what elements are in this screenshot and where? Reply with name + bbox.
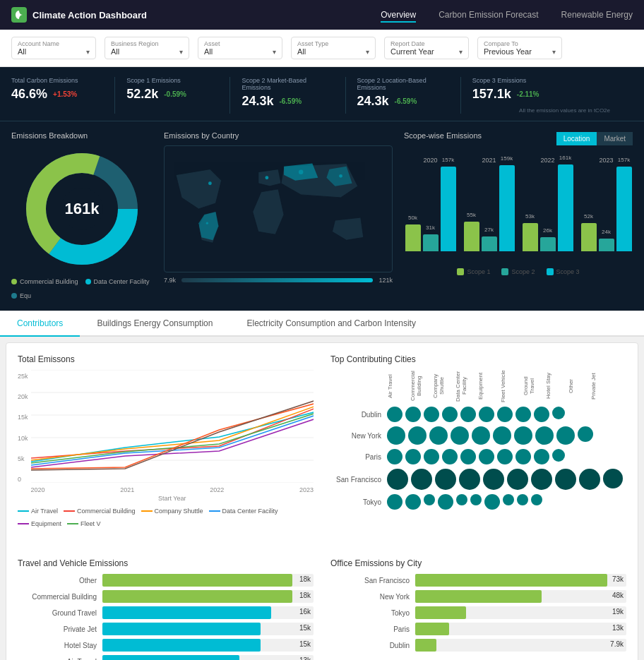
stat-scope2l-value: 24.3k -6.59%: [357, 94, 449, 109]
nav-forecast[interactable]: Carbon Emission Forecast: [439, 7, 538, 23]
filter-asset[interactable]: Asset All: [198, 37, 282, 59]
scope-legend-1: Scope 1: [457, 268, 490, 275]
filter-asset-type[interactable]: Asset Type All: [291, 37, 376, 59]
bar-track-tokyo: 19k: [415, 606, 626, 619]
stat-scope2l-label: Scope 2 Location-Based Emissions: [357, 77, 449, 91]
col-other: Other: [568, 368, 590, 404]
line-chart-legend: Air Travel Commercial Building Company S…: [18, 508, 314, 527]
bar-value-paris: 13k: [612, 624, 624, 632]
emissions-breakdown-panel: Emissions Breakdown 161k Commercial Buil…: [11, 131, 153, 299]
scope-legend: Scope 1 Scope 2 Scope 3: [404, 268, 633, 275]
bar-value-sf: 73k: [612, 575, 624, 583]
scope-btn-market[interactable]: Market: [597, 132, 633, 145]
bubble: [442, 407, 458, 422]
bar-label-commercial: Commercial Building: [18, 593, 102, 601]
cities-rows: Dublin New: [330, 407, 626, 510]
col-hotel: Hotel Stay: [545, 368, 568, 404]
stat-scope2m-change: -6.59%: [279, 97, 302, 105]
bubble: [479, 407, 494, 422]
scope-title: Scope-wise Emissions: [404, 131, 482, 140]
lower-section: Total Emissons 25k 20k 15k 10k 5k 0: [6, 342, 638, 660]
svg-point-5: [299, 169, 303, 174]
stat-scope1-change: -0.59%: [164, 90, 186, 98]
bubble: [515, 449, 531, 464]
stat-total-carbon: Total Carbon Emissions 46.6% +1.53%: [11, 77, 115, 114]
legend-equipment-line: [18, 523, 29, 524]
col-datacenter: Data Center Facility: [455, 368, 477, 404]
bubble: [603, 469, 623, 488]
bar-fill-paris: [415, 623, 449, 635]
bubble: [497, 407, 513, 422]
stat-scope1: Scope 1 Emissions 52.2k -0.59%: [126, 77, 230, 114]
scope-bar-2023-s1: [581, 223, 597, 251]
bubble: [534, 407, 549, 422]
scope3-label: Scope 3: [556, 268, 580, 275]
legend-datacenter: Data Center Facility: [85, 278, 150, 285]
bubble: [411, 469, 432, 490]
bubble: [552, 449, 565, 462]
bar-fill-private-jet: [102, 623, 261, 635]
scope-legend-3: Scope 3: [547, 268, 580, 275]
line-chart-area: 2020 2021 2022 2023 Start Year: [31, 370, 314, 502]
map-panel: Emissions by Country: [164, 131, 393, 299]
bubble: [438, 494, 453, 510]
scope-bar-2023-s3: [616, 167, 632, 251]
stat-scope3-value: 157.1k -2.11%: [472, 87, 610, 102]
bubble: [515, 407, 531, 422]
scope-btn-location[interactable]: Location: [556, 132, 597, 145]
bar-sf: San Francisco 73k: [330, 574, 626, 587]
bar-label-private-jet: Private Jet: [18, 625, 102, 633]
scope-toggle-group: Location Market: [556, 132, 633, 145]
tab-electricity[interactable]: Electricity Consumption and Carbon Inten…: [229, 311, 432, 335]
svg-point-8: [206, 222, 208, 224]
bubble: [535, 426, 554, 445]
stat-scope2-market: Scope 2 Market-Based Emissions 24.3k -6.…: [242, 77, 345, 114]
col-ground: Ground Travel: [523, 368, 545, 404]
tab-contributors[interactable]: Contributors: [0, 311, 80, 337]
legend-datacenter: Data Center Facility: [209, 508, 278, 515]
bubble: [514, 426, 532, 445]
nav-renewable[interactable]: Renewable Energy: [561, 7, 633, 23]
legend-datacenter-dot: [85, 279, 91, 284]
bubble: [442, 449, 458, 464]
stat-total-label: Total Carbon Emissions: [11, 77, 103, 84]
stat-scope3-label: Scope 3 Emissions: [472, 77, 610, 84]
svg-point-7: [208, 181, 212, 185]
stat-scope3: Scope 3 Emissions 157.1k -2.11% All the …: [472, 77, 621, 114]
scope-bar-2022-s2: [540, 237, 556, 251]
bar-fill-other: [102, 574, 292, 587]
breakdown-legend: Commercial Building Data Center Facility…: [11, 278, 153, 299]
y-label-5k: 5k: [18, 455, 28, 462]
office-bars: San Francisco 73k New York 48k Tokyo: [330, 574, 626, 652]
filter-compare[interactable]: Compare To Previous Year: [477, 37, 562, 59]
bar-value-air: 13k: [299, 656, 311, 660]
filter-report-date[interactable]: Report Date Current Year: [384, 37, 469, 59]
legend-air-travel: Air Travel: [18, 508, 58, 515]
filter-region[interactable]: Business Region All: [105, 37, 189, 59]
bar-fill-commercial: [102, 590, 292, 603]
bar-track-paris: 13k: [415, 623, 626, 635]
stats-bar: Total Carbon Emissions 46.6% +1.53% Scop…: [0, 67, 644, 121]
x-label-2023: 2023: [299, 486, 314, 493]
bar-label-dublin: Dublin: [330, 642, 415, 649]
bubble: [429, 426, 448, 445]
bubble: [387, 426, 405, 445]
city-row-paris: Paris: [330, 449, 626, 464]
bubble: [493, 426, 511, 445]
tab-buildings[interactable]: Buildings Energy Consumption: [80, 311, 229, 335]
bubble: [534, 449, 549, 464]
filter-account[interactable]: Account Name All: [11, 37, 96, 59]
filter-account-value: All: [18, 47, 90, 56]
nav-overview[interactable]: Overview: [381, 7, 416, 23]
scope1-dot: [457, 268, 464, 275]
x-axis-label: Start Year: [31, 495, 314, 502]
bar-fill-sf: [415, 574, 607, 587]
filter-asset-type-value: All: [297, 47, 369, 56]
filter-compare-value: Previous Year: [484, 47, 556, 56]
stat-scope1-label: Scope 1 Emissions: [126, 77, 218, 84]
city-bubbles-paris: [387, 449, 565, 464]
bar-fill-dublin: [415, 639, 436, 652]
logo-icon: [11, 7, 27, 23]
bar-commercial: Commercial Building 18k: [18, 590, 314, 603]
city-row-dublin: Dublin: [330, 407, 626, 422]
